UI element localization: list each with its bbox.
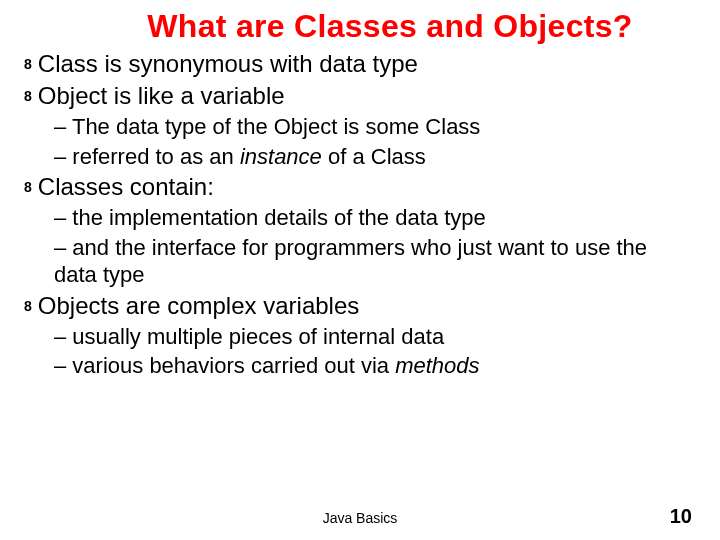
sub-bullet: – usually multiple pieces of internal da… [24, 323, 696, 351]
sub-text-italic: instance [240, 144, 322, 169]
bullet-text: Classes contain: [38, 172, 214, 202]
bullet-item: 8 Classes contain: [24, 172, 696, 202]
sub-text-italic: methods [395, 353, 479, 378]
sub-text: of a Class [322, 144, 426, 169]
slide-title: What are Classes and Objects? [0, 0, 720, 49]
sub-bullet: – referred to as an instance of a Class [24, 143, 696, 171]
sub-bullet: – The data type of the Object is some Cl… [24, 113, 696, 141]
bullet-item: 8 Class is synonymous with data type [24, 49, 696, 79]
sub-bullet: – the implementation details of the data… [24, 204, 696, 232]
bullet-text: Object is like a variable [38, 81, 285, 111]
sub-text: – various behaviors carried out via [54, 353, 395, 378]
bullet-marker-icon: 8 [24, 298, 32, 316]
sub-bullet: – various behaviors carried out via meth… [24, 352, 696, 380]
sub-bullet: – and the interface for programmers who … [24, 234, 696, 289]
bullet-marker-icon: 8 [24, 56, 32, 74]
bullet-marker-icon: 8 [24, 179, 32, 197]
sub-text: – referred to as an [54, 144, 240, 169]
slide-body: 8 Class is synonymous with data type 8 O… [0, 49, 720, 380]
page-number: 10 [670, 505, 692, 528]
bullet-marker-icon: 8 [24, 88, 32, 106]
bullet-item: 8 Objects are complex variables [24, 291, 696, 321]
bullet-item: 8 Object is like a variable [24, 81, 696, 111]
footer-label: Java Basics [0, 510, 720, 526]
bullet-text: Objects are complex variables [38, 291, 359, 321]
bullet-text: Class is synonymous with data type [38, 49, 418, 79]
